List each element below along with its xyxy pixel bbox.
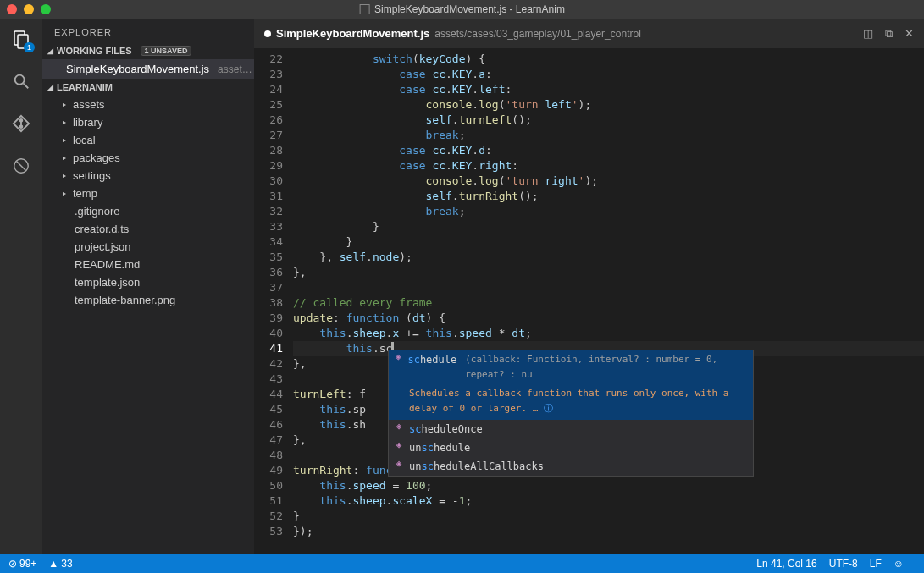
git-icon[interactable] (9, 112, 33, 135)
method-icon: ◈ (394, 421, 404, 432)
feedback-icon[interactable]: ☺ (894, 558, 904, 570)
file-tree: ▸assets ▸library ▸local ▸packages ▸setti… (42, 96, 254, 309)
tree-folder[interactable]: ▸library (42, 113, 254, 131)
tree-folder[interactable]: ▸packages (42, 149, 254, 167)
chevron-right-icon: ▸ (63, 190, 69, 197)
window-controls (0, 4, 51, 14)
window-title-text: SimpleKeyboardMovement.js - LearnAnim (374, 3, 565, 15)
document-icon (359, 4, 369, 14)
suggest-label: unschedule (409, 440, 470, 455)
suggest-widget[interactable]: ◈ schedule (callback: Functioin, interva… (388, 350, 754, 477)
method-icon: ◈ (394, 459, 404, 469)
working-file-item[interactable]: SimpleKeyboardMovement.js asset… (42, 59, 254, 79)
minimize-window-icon[interactable] (24, 4, 34, 14)
tree-file[interactable]: README.md (42, 256, 254, 273)
chevron-down-icon: ◢ (47, 83, 53, 91)
explorer-badge: 1 (24, 42, 35, 52)
editor-area: SimpleKeyboardMovement.js assets/cases/0… (254, 19, 924, 554)
close-tab-icon[interactable]: ✕ (905, 27, 914, 41)
svg-line-3 (24, 84, 29, 89)
code-editor[interactable]: 2223242526272829303132333435363738394041… (254, 48, 924, 554)
method-icon: ◈ (394, 352, 402, 362)
chevron-down-icon: ◢ (47, 47, 53, 55)
status-warnings[interactable]: ▲ 33 (48, 558, 72, 570)
working-files-label: WORKING FILES (57, 46, 132, 56)
debug-icon[interactable] (9, 154, 33, 178)
tree-folder[interactable]: ▸settings (42, 167, 254, 185)
tree-file[interactable]: template-banner.png (42, 291, 254, 309)
split-editor-icon[interactable]: ◫ (863, 27, 873, 41)
titlebar: SimpleKeyboardMovement.js - LearnAnim (0, 0, 924, 19)
status-cursor[interactable]: Ln 41, Col 16 (756, 558, 816, 570)
svg-line-8 (17, 162, 26, 171)
tree-folder[interactable]: ▸assets (42, 96, 254, 113)
status-encoding[interactable]: UTF-8 (829, 558, 858, 570)
suggest-label: scheduleOnce (409, 421, 483, 437)
close-window-icon[interactable] (7, 4, 17, 14)
method-icon: ◈ (394, 440, 404, 450)
info-icon[interactable]: ⓘ (544, 403, 553, 414)
sidebar-title: EXPLORER (42, 19, 254, 42)
suggest-doc: Schedules a callback function that runs … (389, 384, 753, 420)
working-files-header[interactable]: ◢ WORKING FILES 1 UNSAVED (42, 42, 254, 59)
suggest-item[interactable]: ◈ schedule (callback: Functioin, interva… (389, 350, 753, 384)
working-file-path: asset… (218, 63, 252, 75)
tab-path: assets/cases/03_gameplay/01_player_contr… (434, 28, 640, 40)
warning-icon: ▲ (48, 558, 58, 570)
tree-file[interactable]: project.json (42, 238, 254, 256)
editor-tabs: SimpleKeyboardMovement.js assets/cases/0… (254, 19, 924, 48)
explorer-icon[interactable]: 1 (9, 27, 33, 51)
tree-file[interactable]: template.json (42, 273, 254, 291)
tab-filename[interactable]: SimpleKeyboardMovement.js (276, 27, 429, 40)
error-icon: ⊘ (8, 558, 17, 570)
modified-indicator-icon (264, 30, 271, 37)
working-file-name: SimpleKeyboardMovement.js (66, 63, 209, 75)
chevron-right-icon: ▸ (63, 154, 69, 162)
more-actions-icon[interactable]: ⧉ (885, 27, 893, 41)
svg-point-2 (15, 75, 25, 85)
chevron-right-icon: ▸ (63, 136, 69, 144)
activity-bar: 1 (0, 19, 42, 554)
chevron-right-icon: ▸ (63, 101, 69, 108)
suggest-item[interactable]: ◈ unschedule (389, 438, 753, 457)
status-errors[interactable]: ⊘ 99+ (8, 558, 36, 570)
tree-folder[interactable]: ▸local (42, 131, 254, 149)
project-label: LEARNANIM (57, 82, 113, 92)
status-eol[interactable]: LF (870, 558, 882, 570)
status-bar: ⊘ 99+ ▲ 33 Ln 41, Col 16 UTF-8 LF ☺ (0, 554, 924, 573)
tree-folder[interactable]: ▸temp (42, 185, 254, 202)
sidebar: EXPLORER ◢ WORKING FILES 1 UNSAVED Simpl… (42, 19, 254, 554)
window-title: SimpleKeyboardMovement.js - LearnAnim (359, 3, 565, 15)
suggest-item[interactable]: ◈ scheduleOnce (389, 420, 753, 438)
chevron-right-icon: ▸ (63, 118, 69, 126)
suggest-signature: (callback: Functioin, interval? : number… (465, 352, 748, 383)
tree-file[interactable]: .gitignore (42, 202, 254, 220)
project-header[interactable]: ◢ LEARNANIM (42, 79, 254, 96)
code-content[interactable]: switch(keyCode) { case cc.KEY.a: case cc… (293, 48, 924, 554)
search-icon[interactable] (9, 69, 33, 93)
suggest-item[interactable]: ◈ unscheduleAllCallbacks (389, 457, 753, 476)
line-gutter: 2223242526272829303132333435363738394041… (254, 48, 293, 554)
unsaved-badge: 1 UNSAVED (141, 46, 192, 56)
suggest-label: schedule (407, 352, 456, 367)
chevron-right-icon: ▸ (63, 172, 69, 179)
tree-file[interactable]: creator.d.ts (42, 220, 254, 238)
suggest-label: unscheduleAllCallbacks (409, 459, 544, 474)
maximize-window-icon[interactable] (41, 4, 51, 14)
